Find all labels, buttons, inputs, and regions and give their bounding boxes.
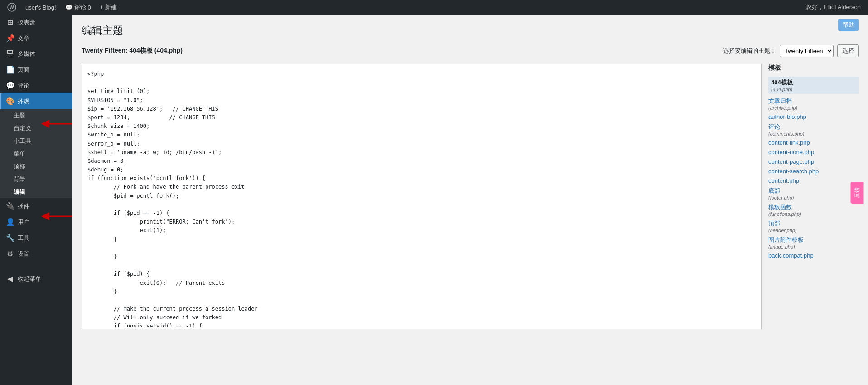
- sidebar-item-tools[interactable]: 🔧 工具: [0, 230, 72, 246]
- greeting-text: 您好，Elliot Alderson: [806, 3, 861, 11]
- page-title: 编辑主题: [82, 24, 859, 38]
- sidebar-item-collapse[interactable]: ◀ 收起菜单: [0, 271, 72, 287]
- appearance-submenu: 主题 自定义 小工具 菜单 顶部 背景 编辑: [0, 109, 72, 198]
- editor-layout: 模板 404模板 (404.php) 文章归档 (archive.php) au…: [82, 64, 859, 329]
- svg-text:W: W: [10, 5, 14, 10]
- sidebar-item-comments[interactable]: 💬 评论: [0, 78, 72, 93]
- pages-label: 页面: [18, 66, 29, 74]
- sidebar-item-media[interactable]: 🎞 多媒体: [0, 46, 72, 62]
- file-link-content-none[interactable]: content-none.php: [768, 147, 859, 157]
- pages-icon: 📄: [6, 65, 14, 74]
- file-link-content-search[interactable]: content-search.php: [768, 166, 859, 176]
- file-link-content-link[interactable]: content-link.php: [768, 138, 859, 147]
- sidebar-item-appearance[interactable]: 🎨 外观: [0, 93, 72, 109]
- sidebar-item-settings[interactable]: ⚙ 设置: [0, 246, 72, 262]
- theme-select-button[interactable]: 选择: [837, 44, 859, 57]
- file-link-author-bio[interactable]: author-bio.php: [768, 112, 859, 122]
- submenu-item-widgets[interactable]: 小工具: [0, 135, 72, 147]
- file-link-footer[interactable]: 底部 (footer.php): [768, 185, 859, 202]
- comments-label: 评论: [74, 3, 86, 11]
- code-editor-wrap: [82, 64, 762, 329]
- submenu-item-themes[interactable]: 主题: [0, 109, 72, 122]
- theme-selector: 选择要编辑的主题： Twenty Fifteen 选择: [723, 44, 859, 57]
- plugins-label: 插件: [18, 202, 29, 210]
- theme-selector-label: 选择要编辑的主题：: [723, 47, 776, 55]
- theme-editor-header: Twenty Fifteen: 404模板 (404.php) 选择要编辑的主题…: [82, 44, 859, 57]
- posts-icon: 📌: [6, 34, 14, 43]
- users-label: 用户: [18, 218, 29, 226]
- comments-nav-label: 评论: [18, 82, 29, 90]
- help-button[interactable]: 帮助: [838, 19, 859, 31]
- media-label: 多媒体: [18, 50, 35, 58]
- site-name-button[interactable]: user's Blog!: [22, 0, 60, 15]
- theme-select[interactable]: Twenty Fifteen: [780, 45, 834, 57]
- file-link-content-page[interactable]: content-page.php: [768, 157, 859, 166]
- current-file-title: Twenty Fifteen: 404模板 (404.php): [82, 47, 719, 55]
- greeting: 您好，Elliot Alderson: [802, 0, 864, 15]
- active-file-filename: (404.php): [771, 87, 856, 92]
- sidebar-item-plugins[interactable]: 🔌 插件: [0, 198, 72, 214]
- posts-label: 文章: [18, 34, 29, 43]
- tools-icon: 🔧: [6, 234, 14, 242]
- wp-logo-button[interactable]: W: [4, 0, 20, 15]
- new-content-button[interactable]: + 新建: [96, 0, 121, 15]
- file-panel: 模板 404模板 (404.php) 文章归档 (archive.php) au…: [768, 64, 859, 329]
- feedback-button[interactable]: 反馈: [851, 182, 864, 204]
- help-area: 帮助: [829, 15, 868, 35]
- plugins-icon: 🔌: [6, 202, 14, 210]
- dashboard-label: 仪表盘: [18, 19, 35, 27]
- sidebar-item-pages[interactable]: 📄 页面: [0, 62, 72, 78]
- admin-bar: W user's Blog! 💬 评论 0 + 新建 您好，Elliot Ald…: [0, 0, 868, 15]
- main-content: 帮助 编辑主题 Twenty Fifteen: 404模板 (404.php) …: [72, 15, 868, 385]
- site-name: user's Blog!: [25, 4, 56, 11]
- media-icon: 🎞: [6, 50, 14, 58]
- collapse-icon: ◀: [6, 274, 14, 283]
- new-label: + 新建: [100, 3, 117, 11]
- submenu-item-customize[interactable]: 自定义: [0, 122, 72, 135]
- comment-icon: 💬: [65, 4, 72, 11]
- file-link-comments[interactable]: 评论 (comments.php): [768, 122, 859, 138]
- file-link-archive[interactable]: 文章归档 (archive.php): [768, 96, 859, 112]
- settings-icon: ⚙: [6, 249, 14, 258]
- active-file-block: 404模板 (404.php): [768, 77, 859, 94]
- dashboard-icon: ⊞: [6, 18, 14, 27]
- appearance-label: 外观: [18, 97, 29, 106]
- submenu-item-background[interactable]: 背景: [0, 173, 72, 185]
- file-link-content[interactable]: content.php: [768, 176, 859, 185]
- submenu-item-editor[interactable]: 编辑: [0, 185, 72, 198]
- admin-menu: ⊞ 仪表盘 📌 文章 🎞 多媒体 📄 页面 💬 评论 🎨 外观 主题 自定义 小…: [0, 15, 72, 385]
- appearance-icon: 🎨: [6, 97, 14, 106]
- sidebar-item-dashboard[interactable]: ⊞ 仪表盘: [0, 15, 72, 30]
- submenu-item-menus[interactable]: 菜单: [0, 147, 72, 160]
- comments-button[interactable]: 💬 评论 0: [62, 0, 95, 15]
- file-link-header[interactable]: 顶部 (header.php): [768, 218, 859, 234]
- file-list: 文章归档 (archive.php) author-bio.php 评论 (co…: [768, 96, 859, 260]
- file-link-functions[interactable]: 模板函数 (functions.php): [768, 202, 859, 218]
- users-icon: 👤: [6, 218, 14, 226]
- code-editor[interactable]: [82, 64, 761, 327]
- submenu-item-header[interactable]: 顶部: [0, 160, 72, 173]
- comments-count: 0: [88, 4, 91, 11]
- sidebar-item-users[interactable]: 👤 用户: [0, 214, 72, 230]
- sidebar-item-posts[interactable]: 📌 文章: [0, 30, 72, 46]
- settings-label: 设置: [18, 250, 29, 258]
- file-link-image[interactable]: 图片附件模板 (image.php): [768, 234, 859, 251]
- file-panel-title: 模板: [768, 64, 859, 72]
- collapse-label: 收起菜单: [18, 275, 41, 283]
- file-link-back-compat[interactable]: back-compat.php: [768, 251, 859, 260]
- active-file-name: 404模板: [771, 78, 856, 87]
- comments-nav-icon: 💬: [6, 81, 14, 90]
- main-wrap: ⊞ 仪表盘 📌 文章 🎞 多媒体 📄 页面 💬 评论 🎨 外观 主题 自定义 小…: [0, 15, 868, 385]
- tools-label: 工具: [18, 234, 29, 242]
